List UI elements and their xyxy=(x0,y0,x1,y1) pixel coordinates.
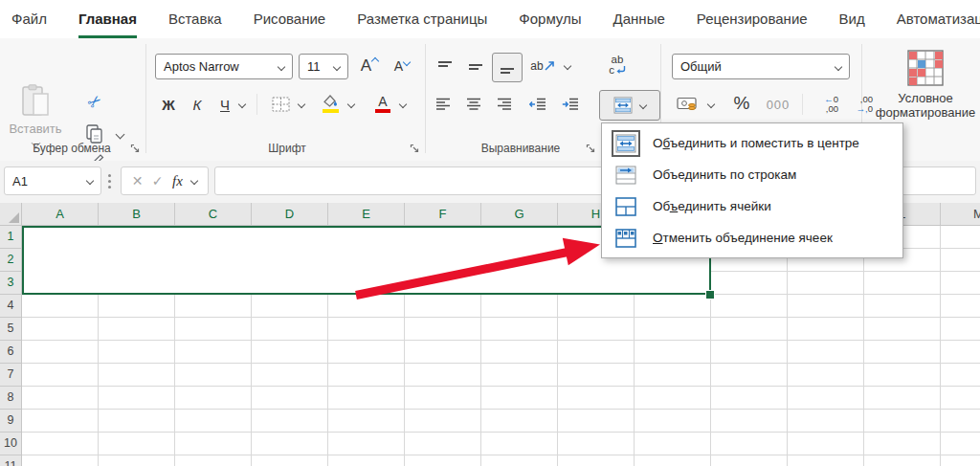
row-header[interactable]: 3 xyxy=(0,272,21,295)
cancel-icon[interactable]: ✕ xyxy=(132,173,144,189)
decrease-font-size-button[interactable]: А xyxy=(389,54,415,78)
font-group-label: Шрифт xyxy=(191,142,383,155)
accounting-format-button[interactable] xyxy=(674,92,701,117)
fill-handle[interactable] xyxy=(705,290,715,300)
clipboard-icon xyxy=(20,84,51,119)
copy-icon xyxy=(86,124,103,144)
column-header[interactable]: E xyxy=(328,203,405,225)
column-header[interactable]: C xyxy=(175,203,252,225)
underline-button[interactable]: Ч xyxy=(214,92,235,117)
cut-button[interactable]: ✂ xyxy=(82,90,107,113)
row-header[interactable]: 10 xyxy=(0,433,21,455)
tab-draw[interactable]: Рисование xyxy=(254,0,326,38)
tab-view[interactable]: Вид xyxy=(839,0,865,38)
row-header[interactable]: 11 xyxy=(0,455,21,466)
wrap-text-button[interactable]: ab c xyxy=(601,50,634,80)
font-color-dropdown-chevron[interactable] xyxy=(399,100,407,108)
select-all-corner[interactable] xyxy=(0,203,22,226)
return-arrow-icon xyxy=(615,66,626,75)
orientation-dropdown-chevron[interactable] xyxy=(564,62,571,70)
conditional-formatting-icon xyxy=(907,50,944,86)
column-header[interactable]: D xyxy=(252,203,328,225)
increase-decimal-button[interactable]: ←0 ,00 xyxy=(810,91,838,118)
chevron-down-icon xyxy=(333,62,341,70)
fill-color-dropdown-chevron[interactable] xyxy=(347,100,355,108)
fill-color-bar xyxy=(323,109,339,113)
tab-page-layout[interactable]: Разметка страницы xyxy=(357,0,487,38)
column-header[interactable]: M xyxy=(941,203,980,225)
decrease-decimal-button[interactable]: ,00 →,0 xyxy=(844,91,873,118)
align-left-button[interactable] xyxy=(431,92,456,117)
merge-center-icon xyxy=(612,130,640,157)
row-header[interactable]: 1 xyxy=(0,226,21,249)
row-header[interactable]: 5 xyxy=(0,318,21,341)
row-header[interactable]: 2 xyxy=(0,249,21,272)
number-format-combobox[interactable]: Общий xyxy=(672,54,850,79)
row-header[interactable]: 9 xyxy=(0,410,21,433)
column-header[interactable]: F xyxy=(405,203,481,225)
merge-center-button[interactable] xyxy=(599,90,660,121)
borders-button[interactable] xyxy=(268,92,293,117)
insert-function-icon[interactable]: fx xyxy=(172,173,183,189)
font-color-button[interactable]: А xyxy=(371,90,394,117)
bold-glyph: Ж xyxy=(162,97,175,113)
align-bottom-button[interactable] xyxy=(492,53,523,82)
column-header[interactable]: A xyxy=(22,203,99,225)
italic-button[interactable]: К xyxy=(186,92,209,117)
tab-automate[interactable]: Автоматизация xyxy=(897,0,980,38)
merge-center-icon xyxy=(613,97,633,114)
tab-home[interactable]: Главная xyxy=(78,0,137,38)
align-top-button[interactable] xyxy=(433,55,457,78)
small-divider xyxy=(802,94,803,115)
align-right-button[interactable] xyxy=(492,92,517,117)
menu-item-merge-and-center[interactable]: Объединить и поместить в центре xyxy=(602,127,902,159)
name-box-value: A1 xyxy=(12,174,28,189)
grow-font-icon: А xyxy=(361,56,371,76)
orientation-button[interactable]: ab xyxy=(528,54,557,78)
paste-label: Вставить xyxy=(9,122,61,136)
tab-data[interactable]: Данные xyxy=(613,0,665,38)
increase-indent-button[interactable] xyxy=(557,92,584,117)
bold-button[interactable]: Ж xyxy=(157,92,180,117)
copy-dropdown-chevron[interactable] xyxy=(116,130,125,140)
column-header[interactable]: G xyxy=(481,203,558,225)
formula-bar-drag-handle[interactable] xyxy=(108,174,111,177)
row-header[interactable]: 6 xyxy=(0,341,21,364)
fx-chevron[interactable] xyxy=(190,177,198,185)
comma-style-button[interactable]: 000 xyxy=(762,92,794,117)
tab-file[interactable]: Файл xyxy=(11,0,47,38)
wrap-text-glyph-bottom: c xyxy=(609,65,614,76)
font-dialog-launcher-icon[interactable] xyxy=(410,144,420,154)
menu-item-merge-across[interactable]: Объединить по строкам xyxy=(602,159,902,190)
merge-dropdown-chevron[interactable] xyxy=(639,101,647,109)
tab-insert[interactable]: Вставка xyxy=(168,0,222,38)
borders-dropdown-chevron[interactable] xyxy=(298,100,305,108)
alignment-dialog-launcher-icon[interactable] xyxy=(586,144,596,154)
font-name-combobox[interactable]: Aptos Narrow xyxy=(155,54,293,79)
name-box[interactable]: A1 xyxy=(4,166,101,195)
name-box-chevron[interactable] xyxy=(86,177,94,185)
column-header[interactable]: B xyxy=(99,203,175,225)
row-header[interactable]: 4 xyxy=(0,295,21,318)
tab-formulas[interactable]: Формулы xyxy=(519,0,581,38)
underline-dropdown-chevron[interactable] xyxy=(238,100,246,108)
row-header[interactable]: 8 xyxy=(0,387,21,410)
percent-style-button[interactable]: % xyxy=(727,90,756,117)
font-size-combobox[interactable]: 11 xyxy=(299,54,348,79)
clipboard-dialog-launcher-icon[interactable] xyxy=(130,144,141,154)
align-middle-button[interactable] xyxy=(463,55,488,78)
align-left-icon xyxy=(435,98,451,111)
enter-icon[interactable]: ✓ xyxy=(152,173,164,189)
merge-across-icon xyxy=(612,162,640,189)
decrease-indent-button[interactable] xyxy=(524,92,551,117)
fill-color-button[interactable] xyxy=(318,90,343,117)
menu-item-merge-cells[interactable]: Объединить ячейки xyxy=(602,190,902,222)
menu-item-unmerge-cells[interactable]: Отменить объединение ячеек xyxy=(602,222,902,254)
row-header[interactable]: 7 xyxy=(0,364,21,387)
increase-decimal-glyph2: ,00 xyxy=(826,104,838,114)
align-center-button[interactable] xyxy=(461,92,486,117)
accounting-dropdown-chevron[interactable] xyxy=(707,100,715,108)
increase-font-size-button[interactable]: А xyxy=(356,54,383,78)
tab-review[interactable]: Рецензирование xyxy=(697,0,808,38)
merge-cells-icon xyxy=(612,193,640,220)
